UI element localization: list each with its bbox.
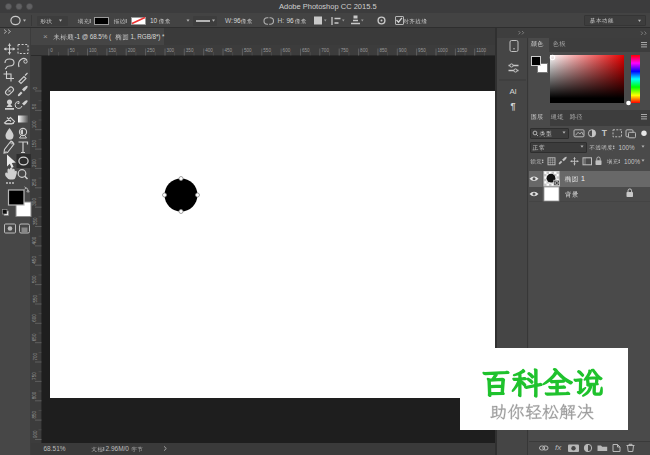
svg-text:650: 650 [33, 333, 38, 341]
svg-text:200: 200 [128, 48, 136, 53]
svg-text:500: 500 [244, 48, 252, 53]
svg-text:750: 750 [33, 372, 38, 380]
svg-text:400: 400 [33, 236, 38, 244]
svg-text:950: 950 [418, 48, 426, 53]
svg-text:900: 900 [399, 48, 407, 53]
svg-text:250: 250 [33, 178, 38, 186]
svg-text:150: 150 [108, 48, 116, 53]
svg-text:350: 350 [33, 217, 38, 225]
svg-text:200: 200 [33, 159, 38, 167]
svg-text:600: 600 [283, 48, 291, 53]
svg-text:1000: 1000 [438, 48, 449, 53]
svg-text:250: 250 [147, 48, 155, 53]
svg-text:1100: 1100 [476, 48, 486, 53]
svg-text:100: 100 [33, 120, 38, 128]
svg-text:50: 50 [70, 48, 76, 53]
svg-text:50: 50 [33, 103, 38, 109]
svg-text:100: 100 [89, 48, 97, 53]
svg-text:750: 750 [341, 48, 349, 53]
svg-text:850: 850 [379, 48, 387, 53]
svg-text:850: 850 [33, 410, 38, 418]
svg-text:800: 800 [33, 391, 38, 399]
svg-text:700: 700 [33, 352, 38, 360]
svg-text:0: 0 [50, 48, 53, 53]
svg-text:500: 500 [33, 275, 38, 283]
svg-text:400: 400 [205, 48, 213, 53]
svg-text:650: 650 [302, 48, 310, 53]
svg-text:550: 550 [263, 48, 271, 53]
svg-text:550: 550 [33, 294, 38, 302]
svg-text:600: 600 [33, 314, 38, 322]
svg-text:150: 150 [33, 139, 38, 147]
svg-text:300: 300 [167, 48, 175, 53]
svg-text:350: 350 [186, 48, 194, 53]
svg-text:700: 700 [321, 48, 329, 53]
svg-text:800: 800 [360, 48, 368, 53]
svg-text:300: 300 [33, 198, 38, 206]
svg-text:0: 0 [33, 87, 38, 90]
svg-text:450: 450 [225, 48, 233, 53]
svg-text:900: 900 [33, 430, 38, 438]
svg-text:450: 450 [33, 256, 38, 264]
svg-text:1050: 1050 [457, 48, 468, 53]
